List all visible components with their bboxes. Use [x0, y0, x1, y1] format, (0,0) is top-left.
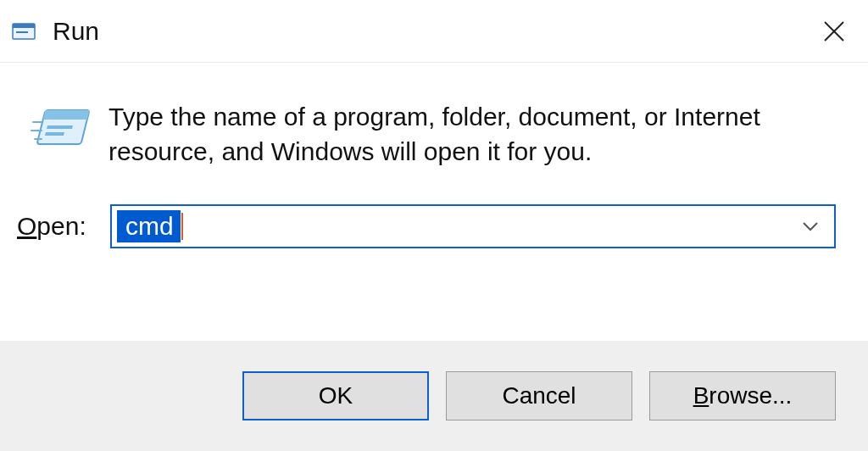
svg-rect-8 [45, 132, 64, 136]
browse-button[interactable]: Browse... [649, 371, 836, 420]
run-icon-small [12, 20, 37, 42]
close-icon [822, 19, 846, 43]
cancel-button[interactable]: Cancel [446, 371, 632, 420]
svg-rect-6 [43, 110, 90, 120]
svg-rect-1 [13, 24, 35, 28]
chevron-down-icon [800, 216, 821, 237]
open-input-value[interactable]: cmd [117, 210, 181, 242]
dialog-footer: OK Cancel Browse... [0, 341, 868, 451]
titlebar: Run [0, 0, 868, 63]
dialog-body: Type the name of a program, folder, docu… [0, 63, 868, 257]
open-combobox[interactable]: cmd [110, 204, 836, 248]
ok-button[interactable]: OK [242, 371, 429, 420]
svg-rect-2 [16, 31, 28, 33]
text-caret [181, 213, 183, 240]
open-label: Open: [17, 212, 110, 241]
svg-rect-7 [47, 125, 73, 129]
run-icon-large [15, 100, 108, 156]
dialog-description: Type the name of a program, folder, docu… [108, 100, 821, 169]
close-button[interactable] [810, 8, 858, 55]
window-title: Run [53, 17, 99, 46]
combobox-dropdown-button[interactable] [798, 214, 822, 238]
